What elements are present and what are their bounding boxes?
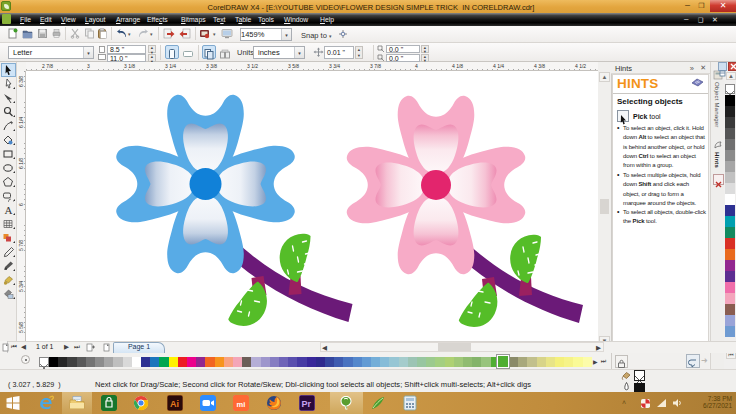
svg-text:mi: mi [237,400,246,409]
svg-text:Ai: Ai [170,399,179,409]
svg-text:Pr: Pr [302,399,312,409]
svg-text:A: A [5,204,13,216]
